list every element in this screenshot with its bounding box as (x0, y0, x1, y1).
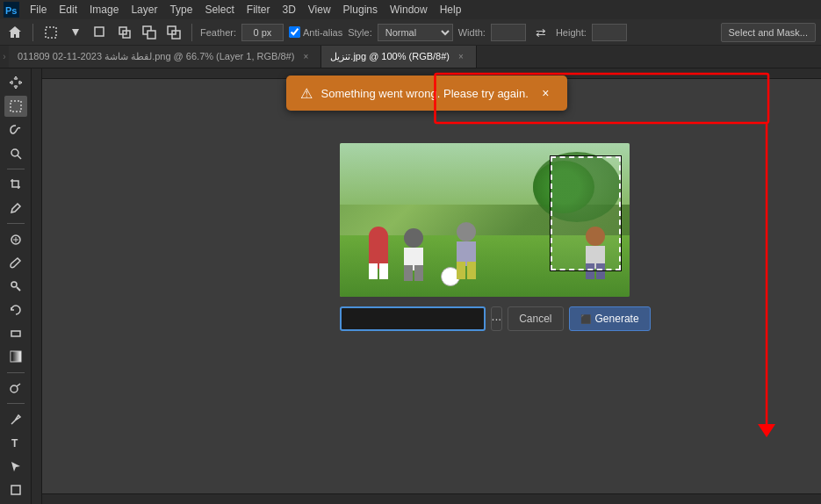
height-label: Height: (556, 27, 587, 38)
menu-image[interactable]: Image (84, 2, 124, 18)
generate-input-wrapper (340, 306, 486, 331)
svg-point-11 (11, 149, 18, 156)
toolbar-separator-1 (32, 24, 33, 41)
error-message: Something went wrong. Please try again. (321, 87, 530, 100)
error-toast: ⚠ Something went wrong. Please try again… (286, 76, 567, 111)
eyedropper-tool-icon[interactable] (4, 198, 27, 220)
app-logo: Ps (4, 2, 19, 18)
generate-input[interactable] (347, 313, 479, 325)
svg-rect-2 (46, 27, 56, 38)
tab-bar: › 011809 02-11-2023 لقطة شاشة.png @ 66.7… (0, 46, 821, 68)
menu-help[interactable]: Help (435, 2, 467, 18)
intersect-selection-icon[interactable] (164, 23, 184, 42)
style-label: Style: (348, 27, 372, 38)
swap-dimensions-icon[interactable]: ⇄ (531, 23, 551, 42)
clone-stamp-tool-icon[interactable] (4, 276, 27, 298)
rectangular-marquee-tool-icon[interactable] (4, 96, 27, 118)
generate-label: Generate (595, 313, 639, 325)
path-selection-tool-icon[interactable] (4, 456, 27, 478)
tab-1-close-icon[interactable]: × (299, 51, 312, 63)
vertical-ruler (32, 68, 42, 504)
svg-rect-21 (11, 486, 20, 494)
lasso-tool-icon[interactable] (4, 119, 27, 140)
generate-bar: ··· Cancel ⬛ Generate (340, 304, 630, 334)
feather-label: Feather: (200, 27, 236, 38)
new-selection-icon[interactable] (90, 23, 110, 42)
svg-rect-17 (11, 331, 20, 336)
generate-button[interactable]: ⬛ Generate (569, 306, 651, 331)
menu-filter[interactable]: Filter (241, 2, 276, 18)
crop-tool-icon[interactable] (4, 174, 27, 196)
history-brush-tool-icon[interactable] (4, 299, 27, 320)
menu-file[interactable]: File (25, 2, 52, 18)
menu-layer[interactable]: Layer (126, 2, 162, 18)
svg-rect-7 (148, 31, 155, 39)
menu-type[interactable]: Type (164, 2, 198, 18)
height-input[interactable] (592, 24, 627, 41)
select-mask-button[interactable]: Select and Mask... (721, 23, 817, 42)
width-input[interactable] (491, 24, 526, 41)
anti-alias-checkbox[interactable] (289, 26, 300, 38)
text-tool-icon[interactable]: T (4, 432, 27, 454)
tab-1[interactable]: 011809 02-11-2023 لقطة شاشة.png @ 66.7% … (9, 46, 321, 68)
svg-rect-18 (11, 351, 21, 362)
menu-edit[interactable]: Edit (54, 2, 83, 18)
menu-view[interactable]: View (303, 2, 336, 18)
pen-tool-icon[interactable] (4, 408, 27, 430)
menu-plugins[interactable]: Plugins (338, 2, 383, 18)
menu-bar: Ps File Edit Image Layer Type Select Fil… (0, 0, 821, 19)
error-close-button[interactable]: × (538, 84, 552, 102)
move-tool-icon[interactable] (4, 72, 27, 94)
lt-sep-3 (7, 372, 25, 373)
selection-marquee (551, 156, 621, 270)
brush-tool-icon[interactable] (4, 252, 27, 274)
photo-container: ··· Cancel ⬛ Generate (340, 143, 630, 297)
left-toolbar: T (0, 68, 32, 504)
canvas-image (340, 143, 630, 297)
tool-options-arrow[interactable] (66, 23, 85, 42)
tab-2[interactable]: تنزيل.jpg @ 100% (RGB/8#) × (321, 46, 477, 68)
horizontal-scrollbar[interactable] (42, 493, 821, 504)
lt-sep-2 (7, 223, 25, 224)
menu-window[interactable]: Window (385, 2, 433, 18)
canvas-area: ··· Cancel ⬛ Generate ⚠ Something went w… (32, 68, 821, 504)
add-selection-icon[interactable] (115, 23, 134, 42)
lt-sep-4 (7, 403, 25, 404)
tab-1-label: 011809 02-11-2023 لقطة شاشة.png @ 66.7% … (18, 51, 294, 62)
width-label: Width: (458, 27, 486, 38)
svg-marker-24 (758, 424, 775, 437)
generate-cancel-button[interactable]: Cancel (508, 306, 563, 331)
warning-icon: ⚠ (300, 85, 313, 102)
svg-rect-3 (95, 27, 104, 36)
tab-2-close-icon[interactable]: × (455, 51, 467, 63)
feather-input[interactable] (241, 24, 284, 41)
lt-sep-1 (7, 169, 25, 169)
svg-line-12 (18, 155, 21, 159)
tab-2-label: تنزيل.jpg @ 100% (RGB/8#) (330, 51, 450, 62)
panel-collapse-icon[interactable]: › (0, 46, 9, 68)
generate-icon: ⬛ (580, 314, 591, 324)
generate-options-button[interactable]: ··· (491, 306, 503, 331)
eraser-tool-icon[interactable] (4, 322, 27, 344)
rectangular-marquee-icon[interactable] (41, 23, 61, 42)
svg-text:Ps: Ps (5, 5, 17, 16)
svg-point-16 (11, 282, 17, 287)
main-area: T (0, 68, 821, 504)
svg-rect-10 (11, 101, 21, 112)
toolbar-separator-2 (191, 24, 192, 41)
svg-text:T: T (11, 437, 18, 449)
subtract-selection-icon[interactable] (140, 23, 159, 42)
options-toolbar: Feather: Anti-alias Style: Normal Fixed … (0, 19, 821, 46)
svg-point-19 (11, 385, 18, 392)
anti-alias-checkbox-label[interactable]: Anti-alias (289, 26, 342, 38)
gradient-tool-icon[interactable] (4, 346, 27, 368)
menu-select[interactable]: Select (199, 2, 239, 18)
healing-brush-tool-icon[interactable] (4, 228, 27, 250)
quick-select-tool-icon[interactable] (4, 142, 27, 164)
shape-tool-icon[interactable] (4, 479, 27, 500)
home-icon[interactable] (5, 23, 25, 42)
dodge-tool-icon[interactable] (4, 377, 27, 399)
menu-3d[interactable]: 3D (277, 2, 300, 18)
style-select[interactable]: Normal Fixed Ratio Fixed Size (378, 24, 453, 41)
